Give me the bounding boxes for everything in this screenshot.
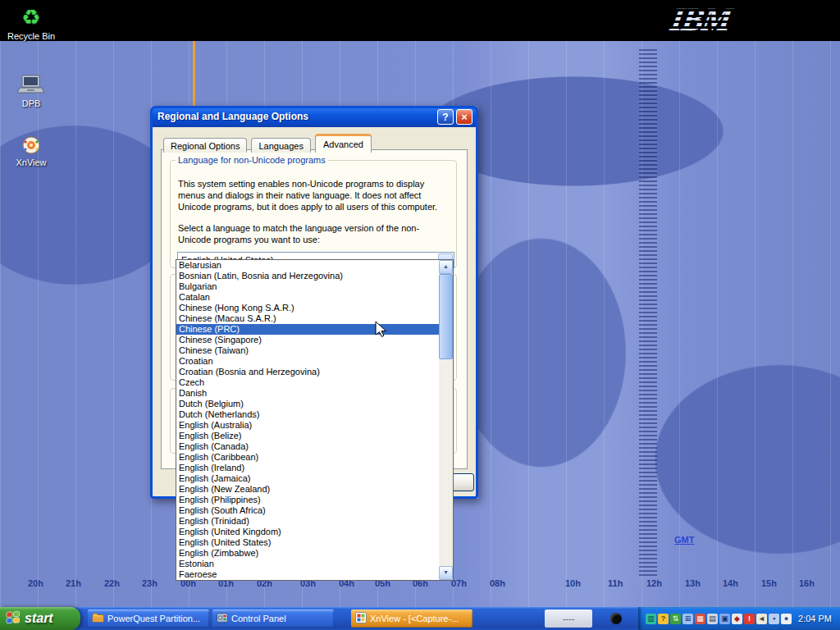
taskbar-clock[interactable]: 2:04 PM	[798, 614, 840, 623]
dropdown-item[interactable]: Catalan	[176, 292, 439, 303]
hour-label: 22h	[104, 578, 120, 588]
alert-icon[interactable]: !	[744, 614, 755, 624]
desktop-icon-label: XnView	[0, 158, 62, 167]
taskbar-capture-segment	[597, 609, 635, 628]
dropdown-item[interactable]: Croatian (Bosnia and Herzegovina)	[176, 367, 439, 377]
current-time-marker-line	[193, 41, 195, 106]
language-select-instruction: Select a language to match the language …	[178, 222, 450, 245]
scroll-down-button[interactable]: ▼	[439, 566, 453, 580]
recycle-bin-icon: ♻	[0, 3, 62, 30]
band-label: ----	[563, 614, 575, 623]
gmt-label: GMT	[674, 535, 694, 545]
desktop-icon-dpb[interactable]: DPB	[0, 71, 62, 108]
dropdown-scrollbar[interactable]: ▲ ▼	[439, 260, 453, 580]
dropdown-item[interactable]: English (United States)	[176, 537, 439, 548]
help-button[interactable]: ?	[437, 109, 454, 125]
dropdown-item[interactable]: Croatian	[176, 356, 439, 367]
hour-label: 10h	[565, 578, 581, 588]
tab-regional-options[interactable]: Regional Options	[163, 138, 247, 153]
graphics-icon[interactable]: ◆	[732, 614, 742, 624]
hour-label: 08h	[490, 578, 505, 588]
device-icon[interactable]: ▪	[769, 614, 779, 624]
dropdown-item[interactable]: English (Zimbabwe)	[176, 548, 439, 559]
taskbar-button-control-panel[interactable]: Control Panel	[212, 609, 334, 628]
clock-sync-icon[interactable]: ●	[781, 614, 792, 624]
folder-icon	[92, 613, 104, 624]
volume-icon[interactable]: ◄	[756, 614, 767, 624]
display-icon[interactable]: ▦	[695, 614, 705, 624]
hour-label: 21h	[66, 578, 81, 588]
dropdown-items: Belarusian Bosnian (Latin, Bosnia and He…	[176, 260, 439, 580]
timezone-hatch-band	[639, 49, 657, 578]
control-panel-icon	[217, 613, 228, 624]
dialog-title: Regional and Language Options	[158, 106, 308, 127]
dialog-titlebar[interactable]: Regional and Language Options ? ×	[150, 106, 478, 127]
taskbar-button-xnview[interactable]: XnView - [<Capture-...	[351, 609, 472, 628]
dropdown-item[interactable]: Chinese (Taiwan)	[176, 345, 439, 356]
taskbar-toolbar-band[interactable]: ----	[545, 609, 592, 628]
top-banner: ♻ Recycle Bin IBM	[0, 0, 840, 41]
xnview-icon	[0, 130, 62, 156]
hour-label: 20h	[28, 578, 43, 588]
group-description: This system setting enables non-Unicode …	[178, 178, 449, 212]
dropdown-item[interactable]: Bulgarian	[176, 281, 439, 292]
start-button[interactable]: start	[0, 607, 80, 630]
meter-icon[interactable]: ▥	[646, 614, 656, 624]
dropdown-item[interactable]: Chinese (Singapore)	[176, 335, 439, 345]
dropdown-item[interactable]: Chinese (Hong Kong S.A.R.)	[176, 303, 439, 313]
ibm-logo: IBM	[668, 0, 773, 39]
dropdown-item[interactable]: English (Belize)	[176, 431, 439, 441]
dropdown-item[interactable]: Czech	[176, 377, 439, 388]
hour-label: 13h	[685, 578, 701, 588]
hour-label: 14h	[723, 578, 738, 588]
dropdown-item[interactable]: Bosnian (Latin, Bosnia and Herzegovina)	[176, 271, 439, 281]
taskbar-button-label: XnView - [<Capture-...	[370, 614, 459, 623]
screen: 20h 21h 22h 23h 00h 01h 02h 03h 04h 05h …	[0, 0, 840, 630]
dropdown-item[interactable]: English (United Kingdom)	[176, 527, 439, 537]
ibm-logo-stripes	[668, 0, 773, 39]
taskbar-button-powerquest[interactable]: PowerQuest Partition...	[88, 609, 209, 628]
desktop-icon-xnview[interactable]: XnView	[0, 130, 62, 167]
hour-label: 23h	[142, 578, 158, 588]
dropdown-item[interactable]: Estonian	[176, 559, 439, 569]
dropdown-item[interactable]: English (Ireland)	[176, 463, 439, 473]
start-label: start	[25, 611, 53, 626]
xnview-taskbar-icon	[355, 612, 367, 625]
dropdown-item[interactable]: English (Canada)	[176, 441, 439, 452]
help-status-icon[interactable]: ?	[658, 614, 669, 624]
dropdown-item[interactable]: Danish	[176, 388, 439, 399]
dropdown-item[interactable]: English (Philippines)	[176, 495, 439, 505]
dropdown-item[interactable]: Dutch (Belgium)	[176, 399, 439, 409]
dropdown-item[interactable]: Faeroese	[176, 569, 439, 580]
dropdown-item[interactable]: English (Jamaica)	[176, 473, 439, 484]
dropdown-item[interactable]: English (New Zealand)	[176, 484, 439, 495]
scroll-thumb[interactable]	[439, 274, 453, 359]
system-tray: ▥ ? ⇅ ⊞ ▦ ▤ ▣ ◆ ! ◄ ▪ ● 2:04 PM	[638, 607, 840, 630]
dialog-tabs: Regional Options Languages Advanced	[163, 134, 373, 151]
scroll-up-button[interactable]: ▲	[439, 260, 453, 274]
taskbar-button-label: PowerQuest Partition...	[107, 614, 200, 623]
dropdown-item[interactable]: English (Australia)	[176, 420, 439, 431]
dropdown-item[interactable]: English (Caribbean)	[176, 452, 439, 463]
partition-icon[interactable]: ▤	[707, 614, 718, 624]
sync-arrows-icon[interactable]: ⇅	[670, 614, 681, 624]
capture-record-icon[interactable]	[610, 613, 622, 624]
close-button[interactable]: ×	[456, 109, 472, 125]
tab-advanced[interactable]: Advanced	[315, 134, 372, 153]
network-icon[interactable]: ⊞	[682, 614, 693, 624]
non-unicode-language-group: Language for non-Unicode programs This s…	[170, 155, 457, 268]
tab-languages[interactable]: Languages	[251, 138, 310, 153]
dropdown-item-selected[interactable]: Chinese (PRC)	[176, 324, 439, 335]
laptop-icon	[0, 71, 62, 97]
dropdown-item[interactable]: Belarusian	[176, 260, 439, 271]
clipboard-icon[interactable]: ▣	[719, 614, 730, 624]
taskbar-button-label: Control Panel	[231, 614, 286, 623]
hour-label: 16h	[799, 578, 815, 588]
dropdown-item[interactable]: English (Trinidad)	[176, 516, 439, 527]
dropdown-item[interactable]: Chinese (Macau S.A.R.)	[176, 313, 439, 324]
taskbar: start PowerQuest Partition... Contro	[0, 607, 840, 630]
desktop-icon-label: Recycle Bin	[0, 31, 62, 41]
dropdown-item[interactable]: Dutch (Netherlands)	[176, 409, 439, 420]
desktop-icon-recycle-bin[interactable]: ♻ Recycle Bin	[0, 3, 62, 41]
dropdown-item[interactable]: English (South Africa)	[176, 505, 439, 516]
